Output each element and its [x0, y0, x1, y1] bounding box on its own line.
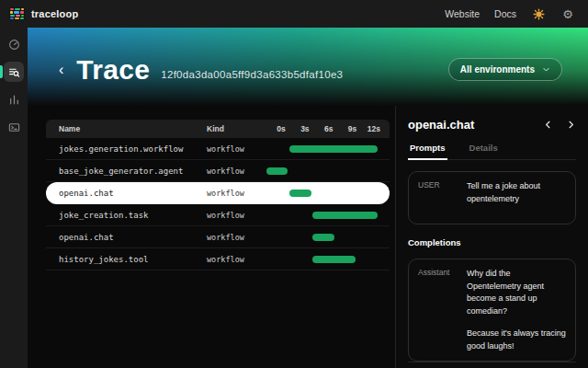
duration-bar	[289, 190, 312, 197]
table-row[interactable]: openai.chat workflow	[46, 182, 390, 204]
prompt-text: Tell me a joke about opentelemetry	[467, 180, 566, 215]
prompt-role: USER	[418, 180, 457, 215]
duration-bar	[312, 234, 335, 241]
duration-bar	[312, 212, 379, 219]
prompt-message-card: USER Tell me a joke about opentelemetry	[408, 171, 576, 224]
sidebar-nav	[0, 28, 28, 368]
span-name: openai.chat	[46, 189, 207, 198]
table-body: jokes.generation.workflow workflow base_…	[46, 138, 390, 270]
table-row[interactable]: base_joke_generator.agent workflow	[46, 160, 390, 182]
panel-footer: Export Refine	[408, 362, 576, 368]
span-kind: workflow	[207, 167, 262, 176]
span-detail-panel: openai.chat Prompts Details USER Tell me…	[395, 106, 588, 368]
span-name: openai.chat	[46, 233, 207, 242]
next-span-chevron-right-icon[interactable]	[566, 120, 576, 130]
span-kind: workflow	[207, 189, 262, 198]
span-name: base_joke_generator.agent	[46, 167, 207, 176]
theme-toggle-sun-icon[interactable]	[531, 6, 546, 21]
settings-gear-icon[interactable]: ⚙	[560, 6, 575, 21]
traceloop-logo-icon	[9, 7, 25, 20]
traceloop-app: traceloop Website Docs ⚙	[0, 0, 588, 368]
brand-name: traceloop	[31, 8, 78, 19]
trace-header: ‹ Trace 12f0da3da00a5ff9d3a633b5dfaf10e3…	[28, 28, 588, 106]
time-tick: 9s	[333, 124, 356, 133]
traceloop-logo[interactable]: traceloop	[9, 7, 78, 20]
span-name: joke_creation.task	[46, 211, 207, 220]
detail-tabs: Prompts Details	[408, 143, 576, 160]
span-kind: workflow	[207, 233, 262, 242]
span-name: jokes.generation.workflow	[46, 144, 207, 154]
table-row[interactable]: openai.chat workflow	[46, 226, 390, 248]
completion-role: Assistant	[418, 268, 457, 352]
span-kind: workflow	[207, 211, 262, 220]
span-name: history_jokes.tool	[46, 255, 207, 264]
spans-waterfall: Name Kind 0s3s6s9s12s jokes.generation.w…	[28, 106, 395, 368]
completions-heading: Completions	[408, 237, 576, 247]
chevron-down-icon	[542, 65, 550, 74]
span-kind: workflow	[207, 144, 262, 154]
active-indicator	[0, 65, 3, 78]
website-link[interactable]: Website	[445, 8, 480, 19]
time-tick: 12s	[356, 124, 380, 133]
duration-bar	[266, 167, 288, 175]
main-area: Name Kind 0s3s6s9s12s jokes.generation.w…	[28, 106, 588, 368]
table-row[interactable]: history_jokes.tool workflow	[46, 248, 390, 270]
docs-link[interactable]: Docs	[494, 8, 516, 19]
duration-bar	[289, 145, 378, 153]
tab-prompts[interactable]: Prompts	[408, 143, 447, 159]
page-title: Trace	[76, 54, 150, 86]
sidebar-item-metrics[interactable]	[4, 89, 24, 109]
table-row[interactable]: jokes.generation.workflow workflow	[46, 138, 390, 160]
column-header-kind: Kind	[207, 124, 262, 133]
environment-filter-dropdown[interactable]: All environments	[448, 58, 562, 81]
time-tick: 3s	[286, 124, 310, 133]
trace-id: 12f0da3da00a5ff9d3a633b5dfaf10e3	[161, 69, 343, 80]
span-detail-title: openai.chat	[408, 118, 474, 132]
table-row[interactable]: joke_creation.task workflow	[46, 204, 390, 226]
duration-bar	[312, 256, 356, 263]
environment-filter-value: All environments	[460, 64, 535, 75]
back-button[interactable]: ‹	[59, 63, 63, 77]
sidebar-item-playground[interactable]	[4, 117, 24, 137]
time-tick: 0s	[262, 124, 286, 133]
sidebar-item-dashboard[interactable]	[4, 34, 24, 54]
timeline-axis: 0s3s6s9s12s	[262, 124, 380, 133]
sidebar-item-traces[interactable]	[4, 62, 24, 82]
top-bar: traceloop Website Docs ⚙	[0, 0, 588, 28]
completion-message-card: Assistant Why did the Opentelemetry agen…	[408, 259, 576, 362]
time-tick: 6s	[310, 124, 334, 133]
tab-details[interactable]: Details	[468, 143, 500, 159]
span-kind: workflow	[207, 255, 262, 264]
prev-span-chevron-left-icon[interactable]	[543, 120, 553, 130]
completion-text: Why did the Opentelemetry agent become a…	[467, 268, 566, 352]
column-header-name: Name	[46, 124, 207, 133]
table-header: Name Kind 0s3s6s9s12s	[46, 120, 390, 138]
